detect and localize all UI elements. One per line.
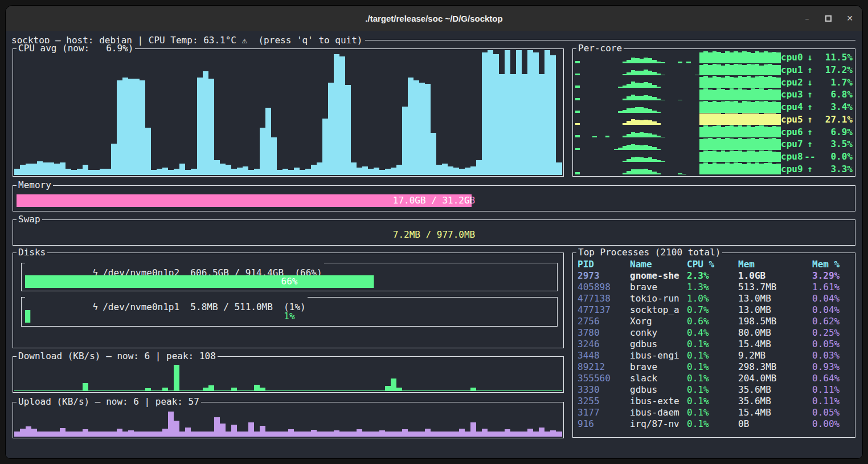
chart-bar [453,168,459,175]
chart-bar [465,432,470,437]
sparkline-bar [592,136,597,137]
maximize-button[interactable] [825,15,832,22]
process-row[interactable]: 3177ibus-daem0.1%15.4MB0.05% [578,407,853,418]
sparkline-bar [751,127,755,137]
chart-bar [533,432,539,437]
process-row[interactable]: 89212brave0.1%298.3MB0.93% [578,361,853,373]
chart-bar [339,432,345,437]
sparkline-bar [648,133,653,137]
chart-bar [328,83,334,175]
minimize-button[interactable]: – [803,14,812,22]
core-sparkline [575,101,781,113]
sparkline-bar [734,113,738,125]
chart-bar [231,388,237,391]
sparkline-bar [708,113,713,125]
sparkline-bar [755,101,760,113]
process-cpu: 0.1% [687,339,738,350]
chart-bar [117,80,122,175]
process-row[interactable]: 477137socktop_a0.7%13.0MB0.04% [578,304,853,316]
chart-bar [379,390,385,391]
chart-bar [282,432,288,437]
chart-bar [14,169,20,175]
process-row[interactable]: 355560slack0.1%204.0MB0.64% [578,373,853,384]
arrow-up-icon: ↑ [804,101,816,112]
sparkline-bar [751,164,755,174]
chart-bar [470,166,476,175]
chart-bar [145,432,151,437]
sparkline-bar [640,145,644,149]
sparkline-bar [759,138,764,150]
chart-bar [419,83,425,175]
sparkline-bar [627,96,631,100]
sparkline-bar [776,152,781,162]
sparkline-bar [640,157,644,162]
chart-bar [505,429,510,437]
chart-bar [83,383,88,391]
sparkline-bar [721,53,726,63]
sparkline-bar [759,52,764,63]
sparkline-bar [648,157,653,162]
sparkline-bar [631,144,636,150]
process-row[interactable]: 916irq/87-nv0.1%0B0.00% [578,418,853,430]
chart-bar [357,168,362,175]
sparkline-bar [648,120,653,125]
sparkline-bar [772,89,777,100]
process-row[interactable]: 3448ibus-engi0.1%9.2MB0.03% [578,350,853,361]
process-mem: 198.5MB [738,316,812,327]
process-row[interactable]: 477138tokio-run1.0%13.0MB0.04% [578,293,853,304]
chart-bar [305,390,311,391]
process-name: Xorg [630,316,687,327]
core-usage-value: 3.4% [816,101,853,112]
chart-bar [277,390,282,391]
chart-bar [493,54,499,175]
chart-bar [145,388,151,391]
process-row[interactable]: 2973gnome-she2.3%1.0GB3.29% [578,270,853,282]
process-row[interactable]: 3330gdbus0.1%35.6MB0.11% [578,384,853,396]
memory-panel: Memory 17.0GB / 31.2GB 17.0GB / 31.2GB [13,185,855,211]
sparkline-bar [759,150,764,162]
swap-title: Swap [17,214,42,225]
sparkline-bar [623,110,627,113]
sparkline-bar [640,71,644,76]
process-cpu: 0.7% [687,304,738,316]
upload-title: Upload (KB/s) — now: 6 | peak: 57 [17,397,201,407]
process-cpu: 1.3% [687,282,738,293]
chart-bar [334,430,339,437]
process-row[interactable]: 405898brave1.3%513.7MB1.61% [578,282,853,293]
sparkline-bar [652,60,657,63]
sparkline-bar [644,58,648,63]
process-row[interactable]: 3780conky0.4%80.0MB0.25% [578,327,853,339]
process-row[interactable]: 2756Xorg0.6%198.5MB0.62% [578,316,853,327]
chart-bar [556,390,562,391]
sparkline-bar [652,97,657,100]
chart-bar [48,432,54,437]
core-row-cpu5: cpu5↑27.1% [575,113,853,126]
chart-bar [243,166,248,175]
process-pid: 3780 [578,327,630,339]
close-button[interactable]: ✕ [845,14,854,22]
swap-usage-bar: 7.2MB / 977.0MB 7.2MB / 977.0MB [17,229,851,241]
window-titlebar[interactable]: ./target/release/soc ~/D/G/socktop – ✕ [6,6,862,31]
sparkline-bar [652,85,657,88]
sparkline-bar [682,174,687,174]
sparkline-bar [751,64,755,75]
chart-bar [425,84,431,175]
process-row[interactable]: 3246gdbus0.1%15.4MB0.05% [578,339,853,350]
sparkline-bar [708,102,713,113]
sparkline-bar [661,137,665,137]
sparkline-bar [644,133,648,137]
chart-bar [362,432,368,437]
sparkline-bar [648,83,653,88]
disks-title: Disks [17,247,47,258]
process-mem: 204.0MB [738,373,812,384]
process-rows: 2973gnome-she2.3%1.0GB3.29%405898brave1.… [578,270,853,430]
process-row[interactable]: 3255ibus-exte0.1%35.6MB0.11% [578,396,853,407]
chart-bar [111,144,117,175]
chart-bar [544,50,550,175]
chart-bar [317,162,322,175]
sparkline-bar [755,113,760,125]
sparkline-bar [716,102,721,112]
sparkline-bar [734,151,738,162]
chart-bar [179,432,185,437]
sparkline-bar [699,127,704,137]
